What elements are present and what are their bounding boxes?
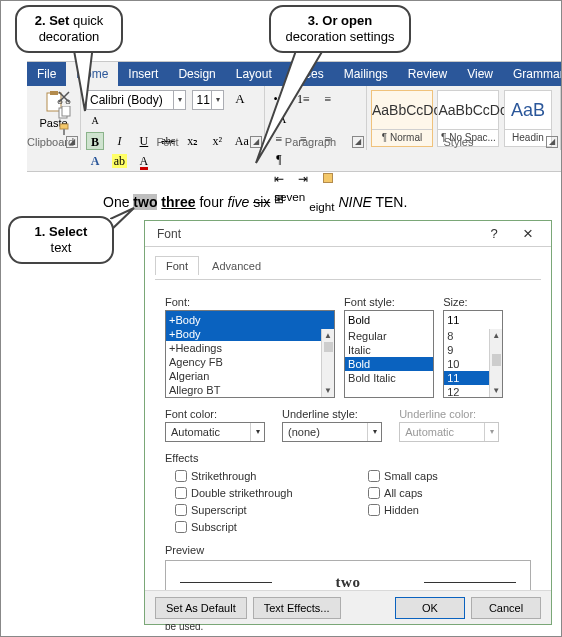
svg-rect-6	[60, 124, 68, 129]
styles-dialog-launcher[interactable]: ◢	[546, 136, 558, 148]
dialog-footer: Set As Default Text Effects... OK Cancel	[145, 590, 551, 624]
format-painter-icon[interactable]	[57, 122, 71, 136]
help-button[interactable]: ?	[477, 226, 511, 241]
tab-design[interactable]: Design	[168, 62, 225, 86]
size-list-scrollbar[interactable]: ▲▼	[489, 329, 502, 397]
style-listbox[interactable]: Bold Regular Italic Bold Bold Italic	[344, 310, 434, 398]
preview-label: Preview	[165, 544, 531, 556]
chk-double-strikethrough[interactable]: Double strikethrough	[175, 485, 365, 502]
borders-button[interactable]: ⊞	[270, 190, 288, 208]
font-size-combo[interactable]: 11▾	[192, 90, 224, 110]
close-button[interactable]: ×	[511, 224, 545, 244]
font-listbox[interactable]: +Body +Body +Headings Agency FB Algerian…	[165, 310, 335, 398]
callout-1: 1. Select text	[8, 216, 114, 264]
tab-grammarly[interactable]: Grammarly	[503, 62, 562, 86]
tab-review[interactable]: Review	[398, 62, 457, 86]
font-list-scrollbar[interactable]: ▲▼	[321, 329, 334, 397]
chk-small-caps[interactable]: Small caps	[368, 468, 508, 485]
font-color-button[interactable]: A	[135, 152, 153, 170]
ok-button[interactable]: OK	[395, 597, 465, 619]
callout-2: 2. Set quick decoration	[15, 5, 123, 53]
tab-view[interactable]: View	[457, 62, 503, 86]
font-label: Font:	[165, 296, 335, 308]
shading-button[interactable]	[319, 170, 337, 188]
text-effects-dialog-button[interactable]: Text Effects...	[253, 597, 341, 619]
dialog-titlebar: Font ? ×	[145, 221, 551, 247]
highlight-button[interactable]: ab	[110, 152, 128, 170]
effects-label: Effects	[165, 452, 531, 464]
group-label-font: Font	[81, 136, 254, 148]
underline-style-label: Underline style:	[282, 408, 392, 420]
chk-hidden[interactable]: Hidden	[368, 502, 508, 519]
font-color-label: Font color:	[165, 408, 275, 420]
underline-color-dropdown: Automatic▾	[399, 422, 499, 442]
chk-superscript[interactable]: Superscript	[175, 502, 365, 519]
svg-rect-7	[63, 129, 65, 135]
tab-mailings[interactable]: Mailings	[334, 62, 398, 86]
callout-1-tail	[110, 203, 150, 233]
callout-2-tail	[63, 45, 103, 115]
group-label-clipboard: Clipboard	[27, 136, 70, 148]
chk-strikethrough[interactable]: Strikethrough	[175, 468, 365, 485]
font-color-dropdown[interactable]: Automatic▾	[165, 422, 265, 442]
increase-indent-button[interactable]: ⇥	[294, 170, 312, 188]
style-label: Font style:	[344, 296, 434, 308]
chk-subscript[interactable]: Subscript	[175, 519, 365, 536]
chk-all-caps[interactable]: All caps	[368, 485, 508, 502]
callout-3: 3. Or open decoration settings	[269, 5, 411, 53]
dialog-tab-advanced[interactable]: Advanced	[202, 257, 271, 275]
group-label-styles: Styles	[367, 136, 550, 148]
callout-3-tail	[238, 45, 338, 165]
size-listbox[interactable]: 11 8 9 10 11 12 ▲▼	[443, 310, 503, 398]
clipboard-dialog-launcher[interactable]: ◢	[66, 136, 78, 148]
paragraph-dialog-launcher[interactable]: ◢	[352, 136, 364, 148]
cancel-button[interactable]: Cancel	[471, 597, 541, 619]
text-effects-button[interactable]: A	[86, 152, 104, 170]
set-default-button[interactable]: Set As Default	[155, 597, 247, 619]
underline-style-dropdown[interactable]: (none)▾	[282, 422, 382, 442]
group-styles: AaBbCcDc¶ Normal AaBbCcDc¶ No Spac... Aa…	[367, 86, 561, 150]
font-dialog: Font ? × Font Advanced Font: +Body +Body…	[144, 220, 552, 625]
tab-insert[interactable]: Insert	[118, 62, 168, 86]
size-label: Size:	[443, 296, 503, 308]
dialog-tab-font[interactable]: Font	[155, 256, 199, 275]
tab-file[interactable]: File	[27, 62, 66, 86]
underline-color-label: Underline color:	[399, 408, 509, 420]
dialog-title: Font	[157, 227, 181, 241]
decrease-indent-button[interactable]: ⇤	[270, 170, 288, 188]
dialog-tabs: Font Advanced	[155, 255, 541, 279]
